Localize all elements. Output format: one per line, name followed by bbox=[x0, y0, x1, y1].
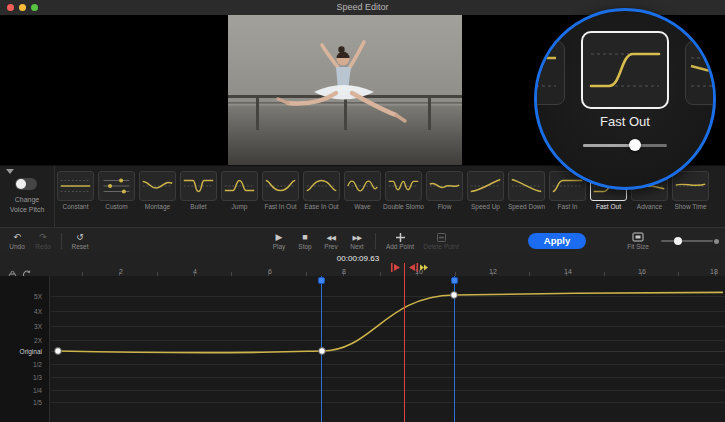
ruler-tick-label: 16 bbox=[638, 268, 646, 275]
slider-end-dot bbox=[714, 239, 719, 244]
prev-icon: ◀◀ bbox=[327, 232, 336, 243]
preset-speed-up[interactable]: Speed Up bbox=[466, 171, 505, 210]
fit-size-button[interactable]: Fit Size bbox=[623, 228, 653, 254]
bullet-curve-icon bbox=[181, 173, 216, 199]
preset-show-time[interactable]: Show Time bbox=[671, 171, 710, 210]
preset-flow[interactable]: Flow bbox=[425, 171, 464, 210]
play-button[interactable]: ▶ Play bbox=[266, 228, 292, 254]
preset-intensity-slider-knob[interactable] bbox=[629, 139, 641, 151]
zoomed-preset-label: Fast Out bbox=[537, 114, 713, 129]
ruler-tick-label: 8 bbox=[342, 268, 346, 275]
slider-track[interactable] bbox=[661, 240, 713, 242]
preset-custom[interactable]: Custom bbox=[97, 171, 136, 210]
delete-point-icon bbox=[436, 232, 447, 243]
fit-size-icon bbox=[632, 232, 644, 243]
toggle-knob bbox=[16, 179, 26, 189]
reset-icon: ↺ bbox=[76, 232, 84, 243]
keyframe-handle-1[interactable] bbox=[318, 277, 325, 284]
stop-button[interactable]: ■ Stop bbox=[292, 228, 318, 254]
video-preview bbox=[228, 15, 462, 165]
preset-wave[interactable]: Wave bbox=[343, 171, 382, 210]
ruler-tick-label: 14 bbox=[564, 268, 572, 275]
keyframe-handle-2[interactable] bbox=[451, 277, 458, 284]
speed-curve[interactable] bbox=[0, 276, 725, 422]
voice-pitch-label-line2: Voice Pitch bbox=[0, 206, 54, 213]
timeline-ruler[interactable]: 00:00:09.63 2 4 6 8 10 12 14 16 18 bbox=[0, 253, 725, 277]
ruler-tick-label: 18 bbox=[710, 268, 718, 275]
undo-icon: ↶ bbox=[13, 232, 21, 243]
curve-point-mid[interactable] bbox=[319, 348, 326, 355]
next-icon: ▶▶ bbox=[353, 232, 362, 243]
fast-in-out-curve-icon bbox=[263, 173, 298, 199]
curve-point-end[interactable] bbox=[451, 292, 458, 299]
curve-point-start[interactable] bbox=[55, 348, 62, 355]
speed-editor-window: Speed Editor bbox=[0, 0, 725, 422]
zoom-callout-circle: Fast Out bbox=[534, 8, 716, 190]
change-voice-pitch-toggle[interactable] bbox=[15, 178, 37, 190]
add-point-button[interactable]: Add Point bbox=[381, 228, 419, 254]
prev-frame-button[interactable]: ◀◀ Prev bbox=[318, 228, 344, 254]
preset-jump[interactable]: Jump bbox=[220, 171, 259, 210]
preset-constant[interactable]: Constant bbox=[56, 171, 95, 210]
reset-button[interactable]: ↺ Reset bbox=[67, 228, 93, 254]
undo-button[interactable]: ↶ Undo bbox=[4, 228, 30, 254]
show-time-curve-icon bbox=[673, 173, 708, 199]
voice-pitch-panel: Change Voice Pitch bbox=[0, 166, 55, 228]
preset-bullet[interactable]: Bullet bbox=[179, 171, 218, 210]
fast-out-preset-zoomed[interactable] bbox=[581, 31, 669, 109]
custom-sliders-icon bbox=[99, 173, 134, 199]
constant-curve-icon bbox=[58, 173, 93, 199]
redo-button[interactable]: ↷ Redo bbox=[30, 228, 56, 254]
preset-speed-down[interactable]: Speed Down bbox=[507, 171, 546, 210]
current-timecode: 00:00:09.63 bbox=[318, 254, 398, 263]
next-frame-button[interactable]: ▶▶ Next bbox=[344, 228, 370, 254]
flow-curve-icon bbox=[427, 173, 462, 199]
delete-point-button[interactable]: Delete Point bbox=[419, 228, 463, 254]
apply-button[interactable]: Apply bbox=[528, 233, 586, 249]
play-icon: ▶ bbox=[276, 232, 283, 243]
toolbar-divider bbox=[375, 233, 376, 249]
speed-down-curve-icon bbox=[509, 173, 544, 199]
add-point-icon bbox=[395, 232, 406, 243]
stop-icon: ■ bbox=[302, 232, 307, 243]
ruler-tick-label: 4 bbox=[193, 268, 197, 275]
speed-up-curve-icon bbox=[468, 173, 503, 199]
fast-out-curve-icon bbox=[583, 33, 667, 107]
ruler-tick-label: 2 bbox=[119, 268, 123, 275]
ruler-tick-label: 6 bbox=[268, 268, 272, 275]
playhead[interactable] bbox=[404, 263, 405, 422]
voice-pitch-label-line1: Change bbox=[0, 196, 54, 203]
montage-curve-icon bbox=[140, 173, 175, 199]
toolbar-divider bbox=[61, 233, 62, 249]
slider-knob[interactable] bbox=[674, 237, 682, 245]
double-slomo-curve-icon bbox=[386, 173, 421, 199]
preset-fast-in-out[interactable]: Fast In Out bbox=[261, 171, 300, 210]
speed-curve-graph[interactable]: 5X 4X 3X 2X Original 1/2 1/3 1/4 1/5 bbox=[0, 276, 725, 422]
ease-in-out-curve-icon bbox=[304, 173, 339, 199]
preset-ease-in-out[interactable]: Ease In Out bbox=[302, 171, 341, 210]
redo-icon: ↷ bbox=[39, 232, 47, 243]
preset-double-slomo[interactable]: Double Slomo bbox=[384, 171, 423, 210]
jump-curve-icon bbox=[222, 173, 257, 199]
ruler-tick-label: 12 bbox=[489, 268, 497, 275]
preset-montage[interactable]: Montage bbox=[138, 171, 177, 210]
ballet-dancer-photo bbox=[228, 15, 462, 165]
trim-range-markers[interactable] bbox=[391, 262, 429, 273]
timeline-zoom-slider[interactable] bbox=[661, 228, 719, 254]
wave-curve-icon bbox=[345, 173, 380, 199]
toolbar: ↶ Undo ↷ Redo ↺ Reset ▶ Play ■ Stop bbox=[0, 227, 725, 255]
preset-intensity-slider[interactable] bbox=[583, 144, 667, 147]
